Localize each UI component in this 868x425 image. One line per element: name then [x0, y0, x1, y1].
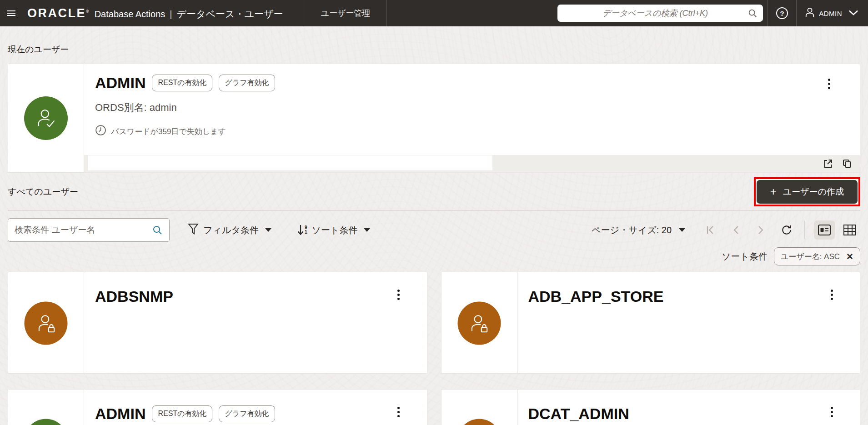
- user-card-admin[interactable]: ADMIN RESTの有効化 グラフ有効化: [8, 389, 427, 425]
- caret-down-icon: [679, 228, 685, 232]
- search-icon[interactable]: [748, 8, 758, 18]
- sort-chip-label: ソート条件: [722, 250, 768, 263]
- user-card-adbsnmp[interactable]: ADBSNMP: [8, 272, 427, 374]
- user-avatar-panel: [442, 272, 517, 373]
- previous-page-icon[interactable]: [732, 225, 741, 235]
- view-toggle-group: [814, 220, 860, 240]
- user-card-dcat-admin[interactable]: DCAT_ADMIN: [441, 389, 861, 425]
- user-actions-menu-icon[interactable]: [392, 404, 405, 420]
- rest-enabled-badge: RESTの有効化: [152, 405, 212, 422]
- page-size-dropdown[interactable]: ページ・サイズ: 20: [592, 224, 685, 236]
- database-search-input[interactable]: [563, 9, 748, 18]
- app-title: Database Actions: [95, 9, 166, 20]
- user-name: ADBSNMP: [95, 288, 173, 305]
- card-view-toggle[interactable]: [814, 220, 835, 240]
- page-context-title: データベース・ユーザー: [177, 8, 283, 20]
- current-user-actions-menu-icon[interactable]: [823, 76, 835, 91]
- rest-enabled-badge: RESTの有効化: [152, 75, 212, 91]
- create-user-button[interactable]: + ユーザーの作成: [757, 180, 858, 204]
- user-name: DCAT_ADMIN: [528, 405, 629, 423]
- user-check-avatar-icon: [25, 419, 68, 425]
- current-user-avatar-panel: [8, 64, 84, 172]
- user-name: ADMIN: [95, 405, 146, 423]
- caret-down-icon: [265, 228, 271, 232]
- sort-icon: 91: [297, 224, 307, 236]
- users-toolbar: フィルタ条件 91 ソート条件 ページ・サイズ: 20: [8, 218, 860, 242]
- help-button[interactable]: ?: [768, 0, 796, 26]
- graph-enabled-badge: グラフ有効化: [219, 75, 275, 91]
- password-expiry-text: パスワードが359日で失効します: [111, 126, 226, 137]
- logged-in-user: ADMIN: [819, 10, 842, 17]
- section-divider: [8, 210, 860, 211]
- current-user-card-footer: [84, 155, 860, 172]
- title-separator: |: [170, 9, 172, 20]
- app-header: ORACLE® Database Actions | データベース・ユーザー ユ…: [0, 0, 868, 26]
- user-avatar-panel: [442, 390, 517, 425]
- user-name: ADB_APP_STORE: [528, 288, 664, 305]
- first-page-icon[interactable]: [705, 225, 716, 235]
- user-card-adb-app-store[interactable]: ADB_APP_STORE: [441, 272, 861, 374]
- open-external-icon[interactable]: [823, 158, 833, 169]
- help-icon: ?: [776, 7, 788, 19]
- current-user-section-title: 現在のユーザー: [8, 26, 860, 55]
- user-actions-menu-icon[interactable]: [825, 287, 838, 302]
- create-user-highlight: + ユーザーの作成: [754, 177, 860, 206]
- header-left: ORACLE® Database Actions | データベース・ユーザー: [0, 0, 283, 26]
- person-icon: [805, 7, 815, 20]
- footer-bar: [88, 155, 492, 170]
- current-user-card: ADMIN RESTの有効化 グラフ有効化 ORDS別名: admin パスワー…: [8, 64, 860, 173]
- refresh-icon[interactable]: [781, 224, 793, 236]
- user-locked-avatar-icon: [457, 419, 501, 425]
- caret-down-icon: [364, 228, 370, 232]
- next-page-icon[interactable]: [756, 225, 765, 235]
- grid-view-toggle[interactable]: [839, 220, 860, 240]
- oracle-logo: ORACLE®: [27, 6, 89, 20]
- search-icon[interactable]: [152, 225, 163, 235]
- chevron-down-icon: [849, 9, 858, 17]
- user-avatar-panel: [8, 390, 84, 425]
- user-menu[interactable]: ADMIN: [797, 0, 868, 26]
- tab-user-management[interactable]: ユーザー管理: [304, 0, 387, 26]
- sort-chip-value: ユーザー名: ASC: [781, 251, 840, 262]
- sort-dropdown[interactable]: 91 ソート条件: [297, 224, 371, 236]
- current-user-name: ADMIN: [95, 74, 146, 92]
- users-grid: ADBSNMP ADB_APP_STORE: [8, 272, 860, 425]
- password-expiry-row: パスワードが359日で失効します: [95, 125, 860, 138]
- graph-enabled-badge: グラフ有効化: [219, 405, 275, 422]
- user-search-input[interactable]: [15, 225, 152, 235]
- user-check-avatar-icon: [24, 96, 68, 140]
- remove-sort-icon[interactable]: ✕: [846, 251, 853, 262]
- hamburger-menu-icon[interactable]: [1, 0, 21, 26]
- user-actions-menu-icon[interactable]: [392, 287, 405, 302]
- brand-block: ORACLE® Database Actions | データベース・ユーザー: [27, 6, 283, 20]
- ords-alias: ORDS別名: admin: [95, 101, 860, 115]
- toolbar-divider: [804, 221, 805, 239]
- user-locked-avatar-icon: [25, 302, 68, 345]
- all-users-section-title: すべてのユーザー: [8, 186, 78, 198]
- clock-icon: [95, 125, 106, 138]
- user-avatar-panel: [8, 272, 84, 373]
- plus-icon: +: [770, 186, 777, 197]
- database-search-box[interactable]: [557, 5, 763, 22]
- user-actions-menu-icon[interactable]: [825, 404, 838, 420]
- filter-funnel-icon: [188, 223, 199, 237]
- sort-chip: ユーザー名: ASC ✕: [774, 247, 860, 265]
- filter-dropdown[interactable]: フィルタ条件: [188, 223, 271, 237]
- user-search-box[interactable]: [8, 218, 170, 242]
- user-locked-avatar-icon: [457, 302, 501, 345]
- copy-icon[interactable]: [842, 158, 853, 169]
- header-spacer: [387, 0, 557, 26]
